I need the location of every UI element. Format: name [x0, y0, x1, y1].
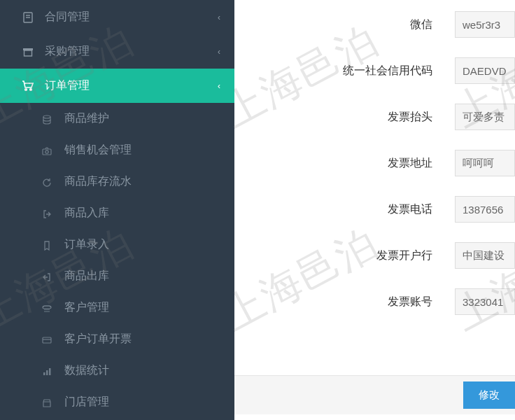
chart-icon	[42, 365, 57, 376]
sidebar-sub-label: 商品维护	[64, 111, 109, 126]
invoice-bank-input[interactable]	[455, 242, 515, 269]
svg-rect-8	[43, 149, 51, 155]
svg-rect-10	[43, 306, 51, 309]
svg-rect-4	[24, 50, 32, 56]
form-label: 发票地址	[234, 156, 455, 171]
sidebar-sub-label: 客户管理	[64, 300, 109, 315]
sidebar-sub-statistics[interactable]: 数据统计	[0, 355, 234, 386]
sidebar-sub-label: 商品库存流水	[64, 174, 132, 189]
sidebar-sub-customer[interactable]: 客户管理	[0, 292, 234, 323]
archive-icon	[21, 46, 35, 58]
form-row-invoice-address: 发票地址	[234, 150, 515, 176]
camera-icon	[42, 144, 57, 155]
form-label: 统一社会信用代码	[234, 64, 455, 78]
sidebar-sub-customer-invoice[interactable]: 客户订单开票	[0, 323, 234, 355]
bookmark-icon	[42, 239, 57, 250]
login-icon	[42, 207, 57, 218]
button-bar: 修改	[234, 375, 515, 414]
sidebar-sub-outbound[interactable]: 商品出库	[0, 260, 234, 292]
card-icon	[42, 333, 57, 344]
sidebar-sub-store[interactable]: 门店管理	[0, 386, 234, 418]
phone-icon	[42, 302, 57, 313]
sidebar-item-label: 合同管理	[45, 10, 90, 24]
form-label: 微信	[234, 18, 455, 32]
svg-rect-15	[49, 368, 51, 375]
sidebar-item-label: 订单管理	[45, 78, 90, 93]
credit-code-input[interactable]	[455, 57, 515, 84]
svg-rect-14	[46, 370, 48, 375]
svg-point-9	[45, 150, 48, 153]
invoice-account-input[interactable]	[455, 288, 515, 315]
sidebar-item-contract[interactable]: 合同管理 ‹	[0, 0, 234, 34]
svg-rect-11	[43, 337, 51, 343]
sidebar-sub-label: 门店管理	[64, 395, 109, 410]
form-label: 发票账号	[234, 295, 455, 309]
sidebar-sub-sales-opportunity[interactable]: 销售机会管理	[0, 134, 234, 166]
form-row-invoice-phone: 发票电话	[234, 196, 515, 223]
cart-icon	[21, 79, 35, 92]
sidebar-item-purchase[interactable]: 采购管理 ‹	[0, 34, 234, 69]
chevron-left-icon: ‹	[218, 47, 220, 57]
form-panel: 微信 统一社会信用代码 发票抬头 发票地址 发票电话 发票开户行 发票账号 修改	[234, 0, 515, 420]
svg-point-5	[25, 89, 27, 91]
chevron-left-icon: ‹	[218, 13, 220, 22]
sidebar-item-label: 采购管理	[45, 44, 90, 59]
sidebar-sub-inbound[interactable]: 商品入库	[0, 197, 234, 229]
sidebar-sub-label: 客户订单开票	[64, 332, 132, 346]
invoice-address-input[interactable]	[455, 150, 515, 176]
sidebar-item-order[interactable]: 订单管理 ‹	[0, 69, 234, 103]
form-label: 发票开户行	[234, 248, 455, 263]
svg-rect-13	[43, 372, 45, 375]
sidebar-sub-label: 商品入库	[64, 206, 109, 220]
svg-point-7	[43, 115, 50, 118]
file-icon	[21, 11, 35, 24]
svg-point-6	[30, 89, 32, 91]
invoice-phone-input[interactable]	[455, 196, 515, 223]
sidebar-sub-inventory-flow[interactable]: 商品库存流水	[0, 166, 234, 197]
store-icon	[42, 396, 57, 407]
sidebar-sub-label: 销售机会管理	[64, 143, 132, 158]
form-row-credit-code: 统一社会信用代码	[234, 57, 515, 84]
form-row-invoice-bank: 发票开户行	[234, 242, 515, 269]
sidebar: 合同管理 ‹ 采购管理 ‹ 订单管理 ‹ 商品维护 销售机会管理 商品库存流水	[0, 0, 234, 420]
sidebar-sub-label: 数据统计	[64, 363, 109, 378]
sidebar-sub-product-maintain[interactable]: 商品维护	[0, 103, 234, 134]
chevron-left-icon: ‹	[218, 81, 220, 91]
invoice-title-input[interactable]	[455, 104, 515, 130]
sidebar-sub-label: 订单录入	[64, 237, 109, 252]
sidebar-sub-label: 商品出库	[64, 269, 109, 284]
form-row-invoice-account: 发票账号	[234, 288, 515, 315]
refresh-icon	[42, 176, 57, 187]
wechat-input[interactable]	[455, 11, 515, 38]
form-label: 发票电话	[234, 202, 455, 217]
form-label: 发票抬头	[234, 110, 455, 125]
database-icon	[42, 113, 57, 124]
form-row-wechat: 微信	[234, 11, 515, 38]
form-row-invoice-title: 发票抬头	[234, 104, 515, 130]
sidebar-sub-order-entry[interactable]: 订单录入	[0, 229, 234, 260]
submit-button[interactable]: 修改	[463, 382, 515, 409]
logout-icon	[42, 270, 57, 281]
